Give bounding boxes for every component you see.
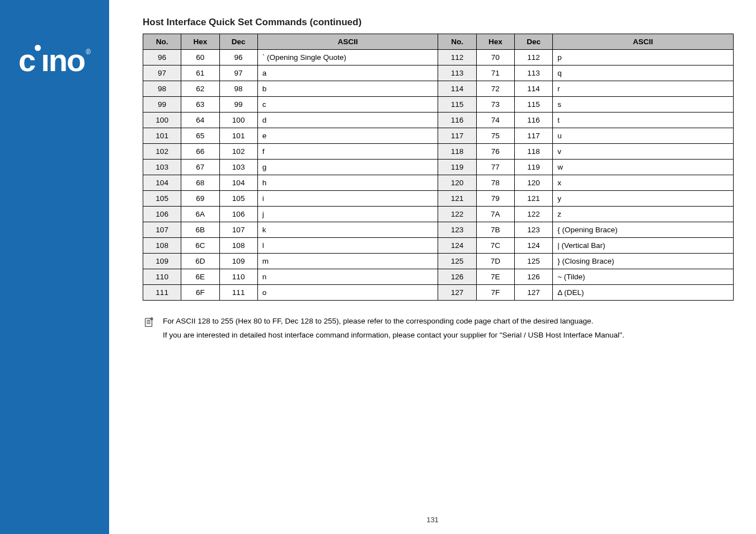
cell-hex: 60 [181,50,219,65]
cell-ascii: n [257,269,438,285]
cell-no: 98 [143,81,181,97]
cell-hex: 6E [181,269,219,285]
th-ascii-2: ASCII [553,34,734,50]
cell-hex: 7F [476,285,514,301]
cell-dec: 125 [514,254,552,269]
cell-ascii: v [553,144,734,160]
cell-no: 122 [438,207,476,222]
table-header-row: No. Hex Dec ASCII No. Hex Dec ASCII [143,34,734,50]
cell-ascii: t [553,113,734,128]
cell-dec: 108 [219,238,257,254]
cell-ascii: { (Opening Brace) [553,222,734,238]
cell-ascii: s [553,97,734,113]
cell-ascii: b [257,81,438,97]
logo-reg: ® [86,48,91,56]
cell-dec: 97 [219,65,257,81]
cell-no: 127 [438,285,476,301]
cell-hex: 75 [476,128,514,144]
cell-no: 107 [143,222,181,238]
cell-dec: 105 [219,191,257,207]
cell-no: 103 [143,160,181,175]
table-row: 10266102f11876118v [143,144,734,160]
cell-ascii: | (Vertical Bar) [553,238,734,254]
cell-dec: 103 [219,160,257,175]
cell-dec: 101 [219,128,257,144]
cell-dec: 122 [514,207,552,222]
cell-no: 108 [143,238,181,254]
sidebar: cıno ® [0,0,109,534]
cell-no: 125 [438,254,476,269]
table-row: 10367103g11977119w [143,160,734,175]
cell-no: 121 [438,191,476,207]
cell-no: 104 [143,175,181,191]
th-hex-1: Hex [181,34,219,50]
cell-ascii: h [257,175,438,191]
content-area: Host Interface Quick Set Commands (conti… [109,0,756,534]
cell-dec: 109 [219,254,257,269]
cell-ascii: } (Closing Brace) [553,254,734,269]
cell-dec: 102 [219,144,257,160]
cell-ascii: j [257,207,438,222]
cell-hex: 73 [476,97,514,113]
cell-dec: 126 [514,269,552,285]
cell-dec: 117 [514,128,552,144]
th-hex-2: Hex [476,34,514,50]
table-body: 966096` (Opening Single Quote)11270112p9… [143,50,734,301]
cell-dec: 96 [219,50,257,65]
cell-ascii: ~ (Tilde) [553,269,734,285]
cell-hex: 6C [181,238,219,254]
cell-dec: 107 [219,222,257,238]
cell-no: 110 [143,269,181,285]
cell-dec: 98 [219,81,257,97]
cell-hex: 62 [181,81,219,97]
note-icon [143,316,155,330]
table-row: 1116F111o1277F127Δ (DEL) [143,285,734,301]
cell-no: 123 [438,222,476,238]
cell-ascii: c [257,97,438,113]
cell-ascii: d [257,113,438,128]
table-row: 1086C108l1247C124| (Vertical Bar) [143,238,734,254]
cell-hex: 71 [476,65,514,81]
cell-no: 113 [438,65,476,81]
cell-hex: 6F [181,285,219,301]
cell-ascii: u [553,128,734,144]
table-row: 10165101e11775117u [143,128,734,144]
cell-dec: 118 [514,144,552,160]
cell-dec: 113 [514,65,552,81]
cell-ascii: ` (Opening Single Quote) [257,50,438,65]
cell-no: 111 [143,285,181,301]
cell-no: 100 [143,113,181,128]
cell-dec: 99 [219,97,257,113]
cell-dec: 112 [514,50,552,65]
cell-hex: 7D [476,254,514,269]
table-row: 1066A106j1227A122z [143,207,734,222]
cell-dec: 106 [219,207,257,222]
cell-ascii: p [553,50,734,65]
cell-hex: 77 [476,160,514,175]
cell-dec: 115 [514,97,552,113]
cell-no: 112 [438,50,476,65]
cell-hex: 63 [181,97,219,113]
logo-text: cıno [18,45,84,76]
table-row: 976197a11371113q [143,65,734,81]
table-row: 1106E110n1267E126~ (Tilde) [143,269,734,285]
cell-dec: 100 [219,113,257,128]
cell-ascii: r [553,81,734,97]
cell-ascii: l [257,238,438,254]
cell-ascii: e [257,128,438,144]
cell-hex: 6A [181,207,219,222]
th-ascii-1: ASCII [257,34,438,50]
cell-no: 114 [438,81,476,97]
cell-hex: 61 [181,65,219,81]
th-no-1: No. [143,34,181,50]
cell-ascii: y [553,191,734,207]
cell-no: 96 [143,50,181,65]
cell-no: 99 [143,97,181,113]
cell-dec: 111 [219,285,257,301]
cell-ascii: w [553,160,734,175]
table-row: 1096D109m1257D125} (Closing Brace) [143,254,734,269]
cell-hex: 69 [181,191,219,207]
table-row: 10064100d11674116t [143,113,734,128]
cell-no: 102 [143,144,181,160]
cell-dec: 114 [514,81,552,97]
